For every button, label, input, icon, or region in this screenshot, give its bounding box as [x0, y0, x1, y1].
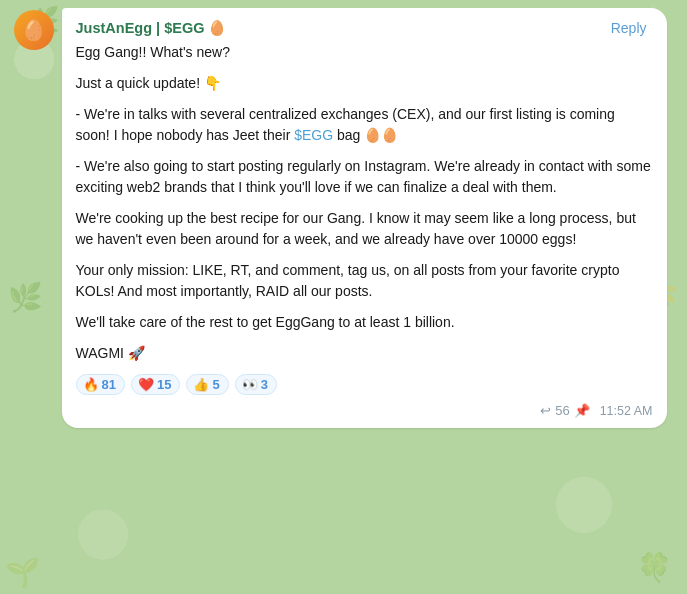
reaction-pill-1[interactable]: ❤️15	[131, 374, 180, 395]
reaction-pill-0[interactable]: 🔥81	[76, 374, 125, 395]
para3-line: We're cooking up the best recipe for our…	[76, 208, 653, 250]
greeting-line: Egg Gang!! What's new?	[76, 42, 653, 63]
para4-line: Your only mission: LIKE, RT, and comment…	[76, 260, 653, 302]
para2-line: - We're also going to start posting regu…	[76, 156, 653, 198]
para5-line: We'll take care of the rest to get EggGa…	[76, 312, 653, 333]
para1-line: - We're in talks with several centralize…	[76, 104, 653, 146]
reaction-emoji-3: 👀	[242, 377, 258, 392]
forward-arrow-icon: ↩	[540, 403, 551, 418]
reaction-count-2: 5	[212, 377, 219, 392]
avatar-emoji: 🥚	[21, 18, 46, 42]
reaction-emoji-2: 👍	[193, 377, 209, 392]
reaction-count-1: 15	[157, 377, 171, 392]
reaction-count-3: 3	[261, 377, 268, 392]
update-intro-line: Just a quick update! 👇	[76, 73, 653, 94]
bubble-header: JustAnEgg | $EGG 🥚 Reply	[76, 18, 653, 38]
username: JustAnEgg | $EGG 🥚	[76, 20, 227, 37]
reaction-pill-2[interactable]: 👍5	[186, 374, 228, 395]
message-footer: ↩ 56 📌 11:52 AM	[76, 403, 653, 418]
wagmi-line: WAGMI 🚀	[76, 343, 653, 364]
avatar: 🥚	[14, 10, 54, 50]
pin-icon: 📌	[574, 403, 590, 418]
message-body: Egg Gang!! What's new? Just a quick upda…	[76, 42, 653, 364]
reply-button[interactable]: Reply	[605, 18, 653, 38]
egg-link[interactable]: $EGG	[294, 127, 333, 143]
forward-count: 56	[555, 403, 569, 418]
reaction-pill-3[interactable]: 👀3	[235, 374, 277, 395]
bg-deco-3: 🌱	[5, 556, 40, 589]
reactions-row: 🔥81❤️15👍5👀3	[76, 374, 653, 395]
timestamp: 11:52 AM	[600, 404, 653, 418]
message-bubble: JustAnEgg | $EGG 🥚 Reply Egg Gang!! What…	[62, 8, 667, 428]
reaction-emoji-1: ❤️	[138, 377, 154, 392]
reaction-emoji-0: 🔥	[83, 377, 99, 392]
bg-deco-4: 🍀	[637, 551, 672, 584]
forward-info: ↩ 56 📌	[540, 403, 589, 418]
reaction-count-0: 81	[102, 377, 116, 392]
message-wrapper: 🥚 JustAnEgg | $EGG 🥚 Reply Egg Gang!! Wh…	[14, 8, 674, 428]
